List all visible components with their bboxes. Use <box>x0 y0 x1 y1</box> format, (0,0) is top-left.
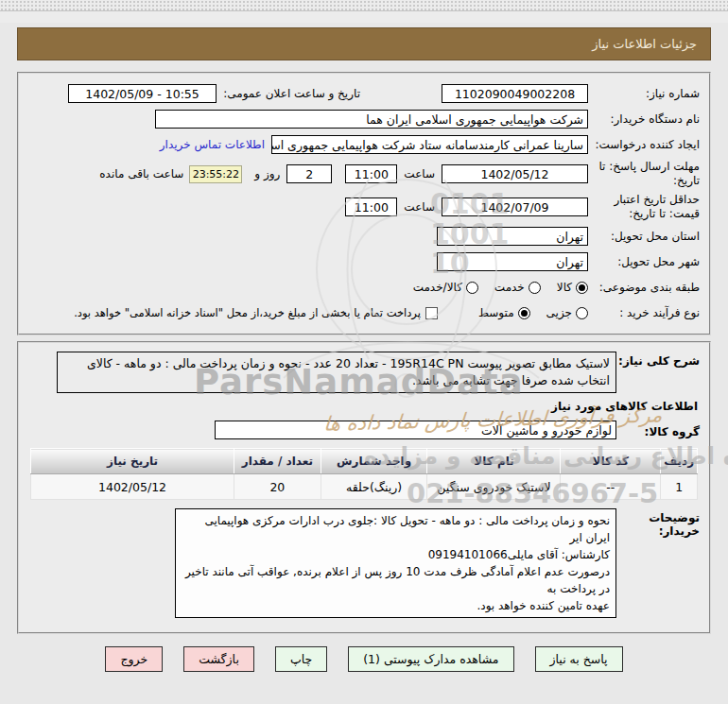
need-description-box: لاستیک مطابق تصویر پیوست 195R14C PN - تع… <box>57 352 616 393</box>
price-validity-row: حداقل تاریخ اعتبار قیمت: تا تاریخ: 1402/… <box>26 193 700 221</box>
need-description-row: شرح کلی نیاز: لاستیک مطابق تصویر پیوست 1… <box>26 352 700 393</box>
page-title-bar: جزئیات اطلاعات نیاز <box>17 27 711 60</box>
request-creator-label: ایجاد کننده درخواست: <box>588 138 700 152</box>
need-number-field[interactable]: 1102090049002208 <box>442 84 588 103</box>
announce-datetime-label: تاریخ و ساعت اعلان عمومی: <box>217 87 360 100</box>
col-goods-name: نام کالا <box>427 449 561 474</box>
radio-service-icon[interactable] <box>529 282 541 294</box>
cell-row-number: 1 <box>661 474 698 500</box>
top-texture-strip <box>0 0 728 23</box>
deadline-time-field[interactable]: 11:00 <box>345 164 397 183</box>
classification-option-service-label: خدمت <box>494 281 525 294</box>
radio-partial-icon[interactable] <box>576 307 588 319</box>
buyer-org-label: نام دستگاه خریدار: <box>588 112 700 127</box>
goods-group-row: گروه کالا: لوازم خودرو و ماشین آلات <box>26 421 700 439</box>
response-deadline-row: مهلت ارسال پاسخ: تا تاریخ: 1402/05/12 سا… <box>26 160 700 188</box>
process-option-medium[interactable]: متوسط <box>478 306 530 319</box>
goods-section-title: اطلاعات کالاهای مورد نیاز <box>26 400 698 413</box>
response-deadline-label: مهلت ارسال پاسخ: تا تاریخ: <box>588 160 700 188</box>
divider-line <box>0 10 728 11</box>
subject-classification-row: طبقه بندی موضوعی: کالا خدمت کالا/خدمت <box>26 277 700 298</box>
goods-table-header-row: ردیف کد کالا نام کالا واحد شمارش تعداد /… <box>31 449 698 474</box>
classification-option-goods[interactable]: کالا <box>557 281 588 294</box>
cell-goods-name: لاستیک خودروی سنگین <box>427 474 561 500</box>
delivery-province-row: استان محل تحویل: تهران <box>26 226 700 247</box>
buyer-notes-line: نحوه و زمان پرداخت مالی : دو ماهه - تحوی… <box>182 512 610 546</box>
need-number-label: شماره نیاز: <box>588 87 700 101</box>
validity-time-field[interactable]: 11:00 <box>345 197 397 216</box>
classification-option-goods-service[interactable]: کالا/خدمت <box>413 281 478 294</box>
process-type-label: نوع فرآیند خرید : <box>588 306 700 320</box>
deadline-hour-label: ساعت <box>404 167 435 180</box>
delivery-city-label: شهر محل تحویل: <box>588 255 700 269</box>
buyer-org-field[interactable]: شرکت هواپیمایی جمهوری اسلامی ایران هما <box>155 110 588 129</box>
buyer-notes-line: عهده تامین کننده خواهد بود. <box>182 597 610 614</box>
buyer-notes-box: نحوه و زمان پرداخت مالی : دو ماهه - تحوی… <box>175 508 616 618</box>
radio-goods-service-icon[interactable] <box>466 282 478 294</box>
col-need-date: تاریخ نیاز <box>31 449 234 474</box>
col-row-number: ردیف <box>661 449 698 474</box>
deadline-days-field[interactable]: 2 <box>286 164 332 183</box>
goods-table: ردیف کد کالا نام کالا واحد شمارش تعداد /… <box>30 448 698 500</box>
treasury-checkbox-label: پرداخت تمام یا بخشی از مبلغ خرید،از محل … <box>74 306 421 319</box>
buyer-org-row: نام دستگاه خریدار: شرکت هواپیمایی جمهوری… <box>26 109 700 129</box>
validity-hour-label: ساعت <box>404 200 435 214</box>
cell-quantity: 20 <box>234 474 321 500</box>
countdown-timer: 23:55:22 <box>189 165 242 183</box>
deadline-days-label: روز و <box>254 167 280 180</box>
goods-details-panel: شرح کلی نیاز: لاستیک مطابق تصویر پیوست 1… <box>17 341 711 634</box>
back-button[interactable]: بازگشت <box>183 646 254 672</box>
col-unit: واحد شمارش <box>321 449 427 474</box>
goods-group-field[interactable]: لوازم خودرو و ماشین آلات <box>215 421 616 439</box>
delivery-province-field[interactable]: تهران <box>437 227 588 246</box>
validity-date-field[interactable]: 1402/07/09 <box>442 197 588 216</box>
treasury-checkbox[interactable] <box>425 307 438 319</box>
delivery-city-field[interactable]: تهران <box>437 252 588 271</box>
buyer-contact-link[interactable]: اطلاعات تماس خریدار <box>160 138 265 151</box>
classification-option-goods-service-label: کالا/خدمت <box>413 281 462 294</box>
table-row: 1 -- لاستیک خودروی سنگین (رینگ)حلقه 20 1… <box>31 474 698 500</box>
radio-goods-icon[interactable] <box>576 282 588 294</box>
need-description-label: شرح کلی نیاز: <box>616 352 700 368</box>
view-attachments-button[interactable]: مشاهده مدارک پیوستی (1) <box>348 646 513 672</box>
request-creator-field[interactable]: سارینا عمرانی کارمندسامانه ستاد شرکت هوا… <box>271 135 588 154</box>
need-number-row: شماره نیاز: 1102090049002208 تاریخ و ساع… <box>26 83 700 104</box>
col-goods-code: کد کالا <box>561 449 661 474</box>
page-title: جزئیات اطلاعات نیاز <box>592 37 697 51</box>
announce-datetime-field[interactable]: 1402/05/09 - 10:55 <box>68 84 217 103</box>
cell-goods-code: -- <box>561 474 661 500</box>
delivery-province-label: استان محل تحویل: <box>588 230 700 244</box>
exit-button[interactable]: خروج <box>105 646 163 672</box>
process-option-partial[interactable]: جزیی <box>546 306 588 319</box>
delivery-city-row: شهر محل تحویل: تهران <box>26 251 700 272</box>
buyer-notes-line: درصورت عدم اعلام آمادگی ظرف مدت 10 روز پ… <box>182 563 610 597</box>
hours-remaining-label: ساعت باقی مانده <box>99 167 183 180</box>
radio-medium-icon[interactable] <box>518 307 530 319</box>
buyer-notes-row: توضیحات خریدار: نحوه و زمان پرداخت مالی … <box>26 508 700 618</box>
cell-need-date: 1402/05/12 <box>31 474 234 500</box>
process-type-row: نوع فرآیند خرید : جزیی متوسط پرداخت تمام… <box>26 302 700 323</box>
treasury-payment-option[interactable]: پرداخت تمام یا بخشی از مبلغ خرید،از محل … <box>74 306 438 319</box>
classification-option-service[interactable]: خدمت <box>494 281 541 294</box>
dotted-pattern <box>0 0 728 10</box>
process-option-partial-label: جزیی <box>546 306 572 319</box>
buyer-notes-label: توضیحات خریدار: <box>616 508 700 538</box>
process-option-medium-label: متوسط <box>478 306 514 319</box>
action-buttons: پاسخ به نیاز مشاهده مدارک پیوستی (1) چاپ… <box>0 646 728 672</box>
cell-unit: (رینگ)حلقه <box>321 474 427 500</box>
classification-option-goods-label: کالا <box>557 281 572 294</box>
buyer-notes-line: کارشناس: آقای مایلی09194101066 <box>182 546 610 563</box>
goods-group-label: گروه کالا: <box>616 422 700 438</box>
deadline-date-field[interactable]: 1402/05/12 <box>442 164 588 183</box>
need-info-panel: شماره نیاز: 1102090049002208 تاریخ و ساع… <box>17 72 711 335</box>
respond-to-need-button[interactable]: پاسخ به نیاز <box>535 646 623 672</box>
print-button[interactable]: چاپ <box>275 646 327 672</box>
subject-classification-label: طبقه بندی موضوعی: <box>588 281 700 295</box>
request-creator-row: ایجاد کننده درخواست: سارینا عمرانی کارمن… <box>26 134 700 155</box>
price-validity-label: حداقل تاریخ اعتبار قیمت: تا تاریخ: <box>588 193 700 221</box>
col-quantity: تعداد / مقدار <box>234 449 321 474</box>
